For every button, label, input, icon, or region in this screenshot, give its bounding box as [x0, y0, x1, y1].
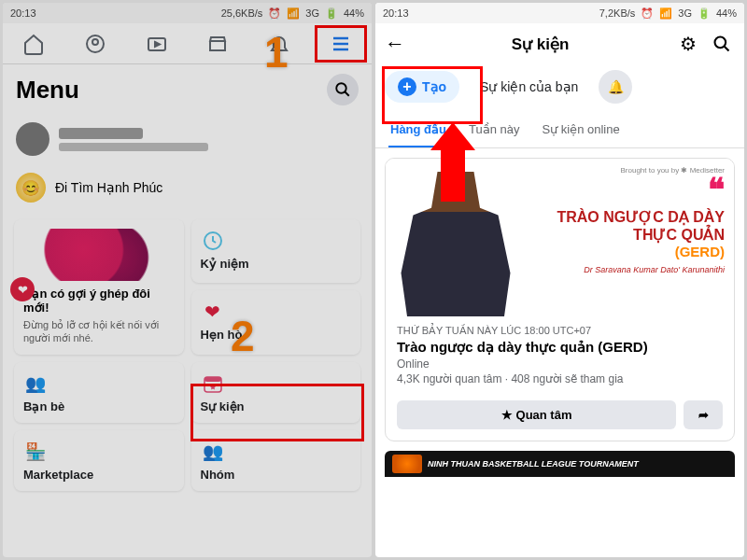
back-icon[interactable]: ←	[385, 32, 405, 56]
friends-label: Bạn bè	[23, 399, 175, 413]
status-batt: 44%	[716, 7, 737, 19]
clock-icon	[201, 229, 225, 253]
share-button[interactable]: ➦	[684, 400, 723, 429]
dating-desc: Đừng bỏ lỡ cơ hội kết nối với người mới …	[23, 318, 175, 345]
status-time: 20:13	[383, 7, 409, 19]
event-name: Trào ngược dạ dày thực quản (GERD)	[397, 339, 723, 356]
plus-icon: +	[398, 77, 416, 96]
profile-row[interactable]	[3, 115, 372, 163]
battery-icon: 🔋	[698, 7, 711, 20]
events-label: Sự kiện	[201, 399, 352, 413]
svg-point-7	[715, 37, 726, 49]
menu-title: Menu	[16, 76, 79, 105]
statusbar: 20:13 7,2KB/s ⏰ 📶 3G 🔋 44%	[375, 3, 744, 23]
suggestion-label: Đi Tìm Hạnh Phúc	[55, 180, 162, 195]
profile-meta	[59, 143, 208, 151]
your-events-button[interactable]: Sự kiện của bạn	[467, 73, 591, 101]
create-label: Tạo	[422, 79, 446, 94]
svg-rect-6	[204, 377, 221, 382]
hearts-image	[23, 229, 175, 281]
groups-icon[interactable]	[83, 32, 107, 56]
suggestion-avatar: 😊	[16, 173, 46, 203]
signal-icon: 📶	[287, 7, 300, 20]
shop-icon: 🏪	[23, 440, 48, 464]
interested-label: Quan tâm	[516, 408, 572, 422]
next-event-banner[interactable]: NINH THUAN BASKETBALL LEAGUE TOURNAMENT	[385, 451, 735, 477]
status-speed: 25,6KB/s	[221, 7, 263, 19]
statusbar: 20:13 25,6KB/s ⏰ 📶 3G 🔋 44%	[3, 3, 372, 23]
avatar	[16, 122, 49, 156]
alarm-icon: ⏰	[268, 7, 281, 20]
menu-grid: ❤ Bạn có gợi ý ghép đôi mới! Đừng bỏ lỡ …	[3, 212, 372, 498]
menu-icon[interactable]	[329, 32, 353, 56]
battery-icon: 🔋	[325, 7, 338, 20]
event-time: THỨ BẢY TUẦN NÀY LÚC 18:00 UTC+07	[397, 325, 723, 337]
calendar-icon	[201, 371, 225, 396]
group-icon: 👥	[201, 440, 225, 464]
events-card[interactable]: Sự kiện	[191, 362, 361, 423]
heart-icon: ❤	[201, 300, 225, 324]
events-header: ← Sự kiện ⚙	[375, 23, 744, 64]
watch-icon[interactable]	[145, 32, 169, 56]
menu-header: Menu	[3, 64, 372, 115]
svg-point-1	[92, 39, 98, 45]
home-icon[interactable]	[21, 32, 46, 56]
groups-label: Nhóm	[201, 468, 352, 482]
league-title: NINH THUAN BASKETBALL LEAGUE TOURNAMENT	[428, 459, 639, 469]
friends-card[interactable]: 👥 Bạn bè	[14, 362, 184, 423]
search-icon[interactable]	[709, 31, 735, 57]
star-icon: ★	[501, 408, 513, 422]
chip-row: + Tạo Sự kiện của bạn 🔔	[375, 64, 744, 109]
arrow-annotation	[441, 122, 475, 202]
dating-card[interactable]: ❤ Hẹn hò	[191, 290, 361, 354]
dating-promo-card[interactable]: ❤ Bạn có gợi ý ghép đôi mới! Đừng bỏ lỡ …	[14, 219, 184, 355]
signal-icon: 📶	[659, 7, 672, 20]
groups-card[interactable]: 👥 Nhóm	[191, 430, 361, 491]
memories-label: Kỷ niệm	[201, 257, 352, 271]
marketplace-label: Marketplace	[23, 468, 175, 482]
event-stats: 4,3K người quan tâm · 408 người sẽ tham …	[397, 372, 723, 385]
dating-title: Bạn có gợi ý ghép đôi mới!	[23, 287, 175, 315]
heart-badge-icon: ❤	[10, 277, 35, 301]
event-body: THỨ BẢY TUẦN NÀY LÚC 18:00 UTC+07 Trào n…	[386, 317, 734, 393]
profile-name	[59, 128, 143, 139]
event-actions: ★Quan tâm ➦	[386, 393, 734, 441]
memories-card[interactable]: Kỷ niệm	[191, 219, 361, 283]
top-nav	[3, 23, 372, 64]
interested-button[interactable]: ★Quan tâm	[397, 400, 676, 429]
status-speed: 7,2KB/s	[599, 7, 636, 19]
banner-sub: (GERD)	[522, 244, 725, 259]
svg-point-3	[336, 83, 346, 93]
dating-label: Hẹn hò	[201, 328, 352, 342]
banner-title: TRÀO NGƯỢC DẠ DÀY THỰC QUẢN	[522, 208, 725, 244]
doctor-name: Dr Saravana Kumar Dato' Karunanithi	[522, 265, 725, 274]
phone-left-menu: 20:13 25,6KB/s ⏰ 📶 3G 🔋 44% Menu 😊 Đi Tì…	[3, 3, 372, 557]
annotation-2: 2	[231, 311, 255, 361]
page-title: Sự kiện	[413, 35, 668, 54]
notifications-button[interactable]: 🔔	[599, 70, 632, 104]
friends-icon: 👥	[23, 371, 48, 396]
marketplace-card[interactable]: 🏪 Marketplace	[14, 430, 184, 491]
tab-online[interactable]: Sự kiện online	[541, 117, 622, 147]
suggestion-row[interactable]: 😊 Đi Tìm Hạnh Phúc	[3, 163, 372, 212]
settings-icon[interactable]: ⚙	[675, 31, 701, 57]
status-batt: 44%	[344, 7, 364, 19]
status-net: 3G	[678, 7, 692, 19]
create-button[interactable]: + Tạo	[385, 71, 459, 103]
search-button[interactable]	[327, 74, 359, 105]
annotation-1: 1	[264, 27, 289, 77]
quote-icon: ❝	[522, 171, 725, 208]
marketplace-icon[interactable]	[205, 32, 230, 56]
event-location: Online	[397, 357, 723, 371]
event-banner: Brought to you by ✱ Medisetter ❝ TRÀO NG…	[386, 159, 734, 317]
status-net: 3G	[305, 7, 319, 19]
alarm-icon: ⏰	[641, 7, 654, 20]
league-logo	[392, 455, 422, 473]
status-time: 20:13	[10, 7, 36, 19]
phone-right-events: 20:13 7,2KB/s ⏰ 📶 3G 🔋 44% ← Sự kiện ⚙ +…	[375, 3, 744, 557]
event-card[interactable]: Brought to you by ✱ Medisetter ❝ TRÀO NG…	[385, 158, 735, 441]
